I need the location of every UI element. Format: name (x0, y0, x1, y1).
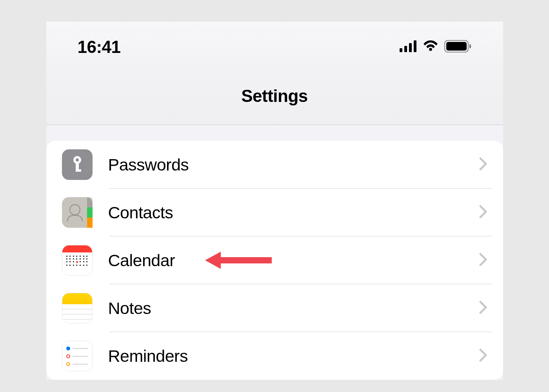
settings-row-contacts[interactable]: Contacts (46, 189, 503, 236)
svg-point-8 (76, 158, 79, 162)
chevron-right-icon (479, 157, 487, 172)
nav-header: Settings (46, 69, 503, 125)
row-label: Passwords (108, 155, 479, 174)
settings-row-calendar[interactable]: Calendar (46, 236, 503, 284)
settings-row-passwords[interactable]: Passwords (46, 141, 503, 189)
row-label: Calendar (108, 251, 479, 270)
svg-rect-14 (87, 207, 93, 218)
svg-rect-6 (469, 44, 471, 48)
svg-rect-1 (404, 46, 407, 52)
settings-list-group: Passwords (46, 141, 503, 380)
chevron-right-icon (479, 205, 487, 220)
svg-rect-15 (87, 218, 93, 228)
row-label: Notes (108, 299, 479, 318)
device-frame: 16:41 (46, 22, 503, 380)
notes-icon (62, 293, 93, 323)
chevron-right-icon (479, 348, 487, 364)
status-bar: 16:41 (46, 22, 503, 69)
status-time: 16:41 (78, 37, 121, 57)
status-icons (400, 40, 472, 54)
page-title: Settings (46, 86, 503, 106)
svg-rect-0 (400, 48, 402, 52)
cellular-icon (400, 40, 417, 54)
settings-row-reminders[interactable]: Reminders (46, 332, 503, 380)
chevron-right-icon (479, 300, 487, 316)
contacts-icon (62, 197, 93, 228)
battery-icon (444, 40, 472, 54)
settings-row-notes[interactable]: Notes (46, 284, 503, 332)
content-area: Passwords (46, 125, 503, 380)
row-label: Contacts (108, 203, 479, 222)
svg-rect-3 (414, 40, 416, 52)
chevron-right-icon (479, 252, 487, 268)
arrow-annotation (205, 249, 272, 271)
passwords-icon (62, 149, 93, 180)
reminders-icon (62, 341, 93, 371)
svg-rect-5 (446, 42, 467, 51)
svg-marker-17 (205, 252, 272, 269)
svg-rect-2 (409, 43, 412, 52)
svg-rect-10 (76, 169, 81, 172)
wifi-icon (422, 40, 439, 54)
row-label: Reminders (108, 347, 479, 366)
calendar-icon (62, 245, 93, 276)
